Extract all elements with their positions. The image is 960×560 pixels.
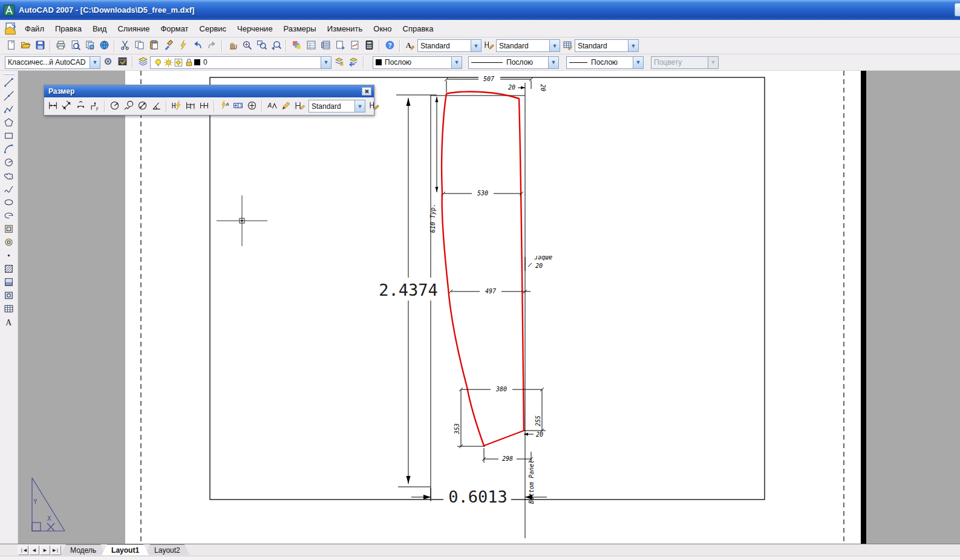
chevron-down-icon[interactable]: ▼ [628, 40, 638, 51]
window-button-edge[interactable] [955, 3, 960, 16]
layer-previous-button[interactable] [346, 56, 361, 69]
baseline-button[interactable] [183, 100, 197, 113]
layout-canvas[interactable]: 507 20 20 610 Тур. 530 amber 20 [18, 71, 960, 544]
help-button[interactable]: ? [382, 39, 397, 53]
point-button[interactable] [2, 250, 16, 263]
text-style-button[interactable]: A [403, 39, 417, 53]
arc-length-button[interactable] [74, 100, 88, 113]
pan-button[interactable] [225, 39, 240, 53]
workspace-settings-button[interactable] [100, 56, 115, 69]
dimension-update-button[interactable] [293, 100, 307, 113]
polygon-button[interactable] [2, 117, 16, 130]
continue-button[interactable] [197, 100, 211, 113]
undo-button[interactable] [190, 39, 204, 53]
make-block-button[interactable] [2, 236, 16, 250]
aligned-button[interactable] [60, 100, 74, 113]
tab-last-button[interactable]: ▶❘ [51, 545, 61, 555]
menu-Размеры[interactable]: Размеры [278, 22, 322, 36]
dimension-edit-button[interactable]: A [265, 100, 279, 113]
dim-style-combo-floating[interactable]: Standard ▼ [309, 100, 365, 112]
menu-Правка[interactable]: Правка [50, 22, 87, 36]
menu-Справка[interactable]: Справка [397, 22, 439, 36]
circle-button[interactable] [2, 157, 16, 170]
toolbar-grip[interactable] [4, 73, 15, 75]
chevron-down-icon[interactable]: ▼ [633, 57, 643, 68]
tab-first-button[interactable]: ❘◀ [18, 545, 28, 555]
menu-Слияние[interactable]: Слияние [112, 22, 155, 36]
diameter-button[interactable] [136, 100, 149, 113]
plot-preview-button[interactable] [68, 39, 82, 53]
open-button[interactable] [18, 39, 33, 53]
tab-Модель[interactable]: Модель [60, 544, 106, 555]
polyline-button[interactable] [2, 103, 16, 117]
dimension-toolbar-window[interactable]: Размер ✕ yA.1A Standard ▼ [44, 85, 374, 116]
table-style-button[interactable] [560, 39, 575, 53]
tab-Layout1[interactable]: Layout1 [102, 544, 149, 555]
designcenter-button[interactable] [304, 39, 318, 53]
multiline-text-button[interactable]: A [2, 316, 16, 330]
tolerance-button[interactable]: .1 [231, 100, 245, 113]
publish-button[interactable] [82, 39, 97, 53]
red-panel-outline[interactable] [442, 92, 524, 446]
menu-Файл[interactable]: Файл [19, 22, 50, 36]
menu-Формат[interactable]: Формат [155, 22, 194, 36]
menu-Сервис[interactable]: Сервис [194, 22, 232, 36]
table-button[interactable] [2, 303, 16, 316]
ordinate-button[interactable]: y [88, 100, 102, 113]
layer-properties-button[interactable] [136, 56, 150, 69]
save-button[interactable] [33, 39, 47, 53]
line-button[interactable] [2, 77, 16, 90]
zoom-previous-button[interactable] [269, 39, 283, 53]
dimension-toolbar-titlebar[interactable]: Размер ✕ [44, 85, 374, 97]
linear-button[interactable] [46, 100, 60, 113]
new-button[interactable] [4, 39, 18, 53]
layer-lock-icon[interactable] [184, 57, 194, 68]
cut-button[interactable] [117, 39, 132, 53]
insert-block-button[interactable] [2, 223, 16, 236]
zoom-window-button[interactable] [254, 39, 269, 53]
quick-leader-button[interactable]: A [217, 100, 231, 113]
rectangle-button[interactable] [2, 130, 16, 143]
chevron-down-icon[interactable]: ▼ [90, 57, 100, 68]
menu-Черчение[interactable]: Черчение [232, 22, 278, 36]
match-properties-button[interactable] [161, 39, 175, 53]
jogged-button[interactable] [122, 100, 136, 113]
chevron-down-icon[interactable]: ▼ [548, 57, 558, 68]
spline-button[interactable] [2, 183, 16, 197]
chevron-down-icon[interactable]: ▼ [549, 40, 560, 51]
workspace-combo[interactable]: Классичес...й AutoCAD ▼ [5, 56, 100, 69]
layer-freeze-sun-icon[interactable] [163, 57, 174, 68]
linetype-combo[interactable]: Послою ▼ [468, 56, 559, 69]
color-combo[interactable]: Послою ▼ [373, 56, 462, 69]
dimension-style-button[interactable] [367, 100, 381, 113]
layer-viewport-freeze-icon[interactable] [174, 57, 184, 68]
layer-combo[interactable]: 0 ▼ [150, 56, 331, 69]
region-button[interactable] [2, 290, 16, 303]
chevron-down-icon[interactable]: ▼ [471, 40, 481, 51]
hatch-button[interactable] [2, 263, 16, 276]
menu-Вид[interactable]: Вид [87, 22, 113, 36]
arc-button[interactable] [2, 143, 16, 157]
close-icon[interactable]: ✕ [362, 87, 371, 96]
revision-cloud-button[interactable] [2, 170, 16, 183]
make-layer-current-button[interactable] [331, 56, 346, 69]
center-mark-button[interactable] [245, 100, 259, 113]
quickcalc-button[interactable] [362, 39, 376, 53]
ellipse-arc-button[interactable] [2, 210, 16, 223]
my-workspace-button[interactable] [115, 56, 129, 69]
chevron-down-icon[interactable]: ▼ [321, 57, 331, 68]
radius-button[interactable] [108, 100, 122, 113]
redo-button[interactable] [204, 39, 219, 53]
markup-manager-button[interactable] [347, 39, 362, 53]
construction-line-button[interactable] [2, 90, 16, 103]
table-style-combo[interactable]: Standard ▼ [575, 39, 639, 52]
tool-palettes-button[interactable] [318, 39, 333, 53]
layer-on-bulb-icon[interactable] [153, 57, 163, 68]
etransmit-button[interactable] [97, 39, 111, 53]
gradient-button[interactable] [2, 276, 16, 290]
dim-style-button[interactable] [482, 39, 496, 53]
quick-dimension-button[interactable] [169, 100, 183, 113]
chevron-down-icon[interactable]: ▼ [451, 57, 462, 68]
dimension-text-edit-button[interactable] [279, 100, 293, 113]
angular-button[interactable] [149, 100, 163, 113]
